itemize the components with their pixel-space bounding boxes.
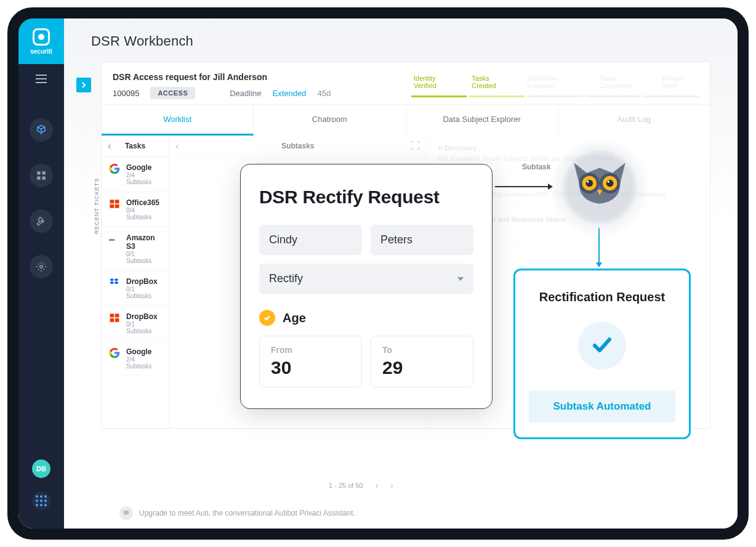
task-item[interactable]: DropBox0/1 Subtasks [102, 306, 169, 341]
progress-bar-5 [643, 95, 699, 97]
tasks-back-button[interactable]: ‹ [108, 140, 111, 152]
subtask-detail-title: Subtask [522, 163, 551, 171]
task-name: DropBox [126, 277, 161, 286]
deadline-status[interactable]: Extended [273, 89, 307, 98]
task-subtask-count: 0/1 Subtasks [126, 286, 161, 299]
first-name-field[interactable]: Cindy [259, 225, 362, 255]
svg-point-20 [587, 180, 589, 182]
task-name: Amazon S3 [126, 233, 161, 251]
task-item[interactable]: Office3650/4 Subtasks [102, 192, 169, 227]
task-name: Google [126, 347, 161, 356]
to-value-box[interactable]: To 29 [371, 336, 473, 387]
result-title: Rectification Request [529, 290, 675, 304]
svg-rect-8 [115, 205, 119, 208]
last-name-field[interactable]: Peters [371, 225, 473, 255]
modal-title: DSR Rectify Request [259, 187, 473, 208]
nav-dashboard-button[interactable] [30, 164, 53, 187]
tab-data-subject[interactable]: Data Subject Explorer [406, 105, 558, 136]
pager-text: 1 - 25 of 50 [329, 482, 363, 489]
recent-tickets-toggle[interactable] [76, 78, 91, 92]
flow-arrow-right [495, 186, 552, 187]
recent-tickets-label: RECENT TICKETS [94, 178, 100, 234]
app-sidebar: securiti DB [18, 18, 64, 529]
subtask-automated-button[interactable]: Subtask Automated [529, 391, 675, 423]
tasks-column-title: Tasks [125, 142, 145, 150]
svg-point-18 [586, 180, 593, 187]
tab-audit-log[interactable]: Audit Log [558, 105, 710, 136]
task-item[interactable]: DropBox0/1 Subtasks [102, 271, 169, 306]
age-attribute-label: Age [283, 311, 306, 325]
request-title: DSR Access request for Jill Anderson [113, 72, 400, 82]
request-type-badge: ACCESS [150, 87, 195, 99]
progress-bar-4 [585, 95, 641, 97]
stage-identity: Identity Verified [414, 75, 457, 89]
svg-rect-3 [42, 177, 46, 180]
from-value: 30 [271, 357, 350, 378]
owl-icon [569, 160, 630, 206]
office-icon [109, 312, 120, 323]
subtasks-column-title: Subtasks [281, 142, 314, 150]
success-indicator [578, 322, 626, 370]
brand-logo[interactable]: securiti [18, 18, 64, 64]
deadline-days: 45d [318, 89, 331, 98]
brand-name: securiti [30, 48, 52, 55]
chevron-right-icon [81, 82, 87, 88]
task-item[interactable]: Google2/4 Subtasks [102, 157, 169, 192]
stage-report: Report Sent [662, 75, 696, 89]
rectify-modal: DSR Rectify Request Cindy Peters Rectify… [240, 164, 493, 409]
tab-worklist[interactable]: Worklist [102, 105, 254, 136]
task-item[interactable]: Google2/4 Subtasks [102, 341, 169, 376]
tab-chatroom[interactable]: Chatroom [254, 105, 406, 136]
svg-rect-12 [110, 318, 115, 322]
chevron-down-icon [457, 277, 464, 281]
nav-tools-button[interactable] [30, 209, 53, 233]
from-label: From [271, 345, 350, 355]
main-content: DSR Workbench RECENT TICKETS DSR Access … [64, 18, 738, 529]
task-name: Google [126, 163, 161, 172]
user-avatar[interactable]: DB [32, 460, 50, 478]
stage-tasks: Tasks Created [472, 75, 512, 89]
svg-rect-7 [110, 205, 115, 208]
tasks-column: ‹ Tasks Google2/4 SubtasksOffice3650/4 S… [102, 136, 169, 428]
progress-bar-1 [411, 95, 467, 97]
to-label: To [382, 345, 462, 355]
age-checkbox[interactable] [259, 310, 275, 326]
request-type-select[interactable]: Rectify [259, 264, 473, 294]
pager-prev-button[interactable]: ‹ [376, 480, 379, 490]
task-subtask-count: 0/4 Subtasks [126, 207, 161, 221]
large-checkmark-icon [589, 332, 616, 359]
from-value-box[interactable]: From 30 [259, 336, 362, 387]
subtasks-back-button[interactable]: ‹ [175, 140, 179, 152]
task-subtask-count: 0/1 Subtasks [126, 321, 161, 334]
svg-rect-6 [115, 200, 119, 203]
to-value: 29 [382, 357, 462, 378]
svg-point-4 [40, 265, 43, 269]
pager-next-button[interactable]: › [390, 480, 393, 490]
svg-text:aws: aws [109, 238, 115, 241]
task-name: DropBox [126, 312, 161, 321]
task-name: Office365 [126, 198, 161, 207]
task-subtask-count: 0/1 Subtasks [126, 251, 161, 264]
google-icon [109, 347, 120, 359]
upgrade-banner[interactable]: Upgrade to meet Auti, the conversational… [119, 506, 719, 520]
svg-rect-2 [37, 177, 40, 180]
svg-rect-10 [110, 314, 115, 317]
progress-bar-3 [527, 95, 582, 97]
menu-toggle-button[interactable] [18, 64, 64, 94]
task-item[interactable]: awsAmazon S30/1 Subtasks [102, 227, 169, 271]
apps-menu-button[interactable] [32, 492, 50, 510]
dashboard-icon [36, 170, 47, 181]
nav-settings-button[interactable] [30, 255, 53, 278]
svg-rect-0 [37, 171, 40, 174]
dropbox-icon [109, 277, 120, 288]
progress-bar-2 [469, 95, 525, 97]
grid-dots-icon [35, 495, 47, 507]
pagination: 1 - 25 of 50 ‹ › [329, 480, 393, 490]
expand-icon[interactable]: ⛶ [411, 140, 420, 152]
hamburger-icon [36, 78, 47, 79]
request-type-value: Rectify [269, 272, 303, 285]
nav-home-button[interactable] [30, 118, 53, 142]
svg-rect-5 [110, 200, 115, 203]
panel-tabs: Worklist Chatroom Data Subject Explorer … [102, 104, 710, 136]
aws-icon: aws [109, 233, 120, 245]
